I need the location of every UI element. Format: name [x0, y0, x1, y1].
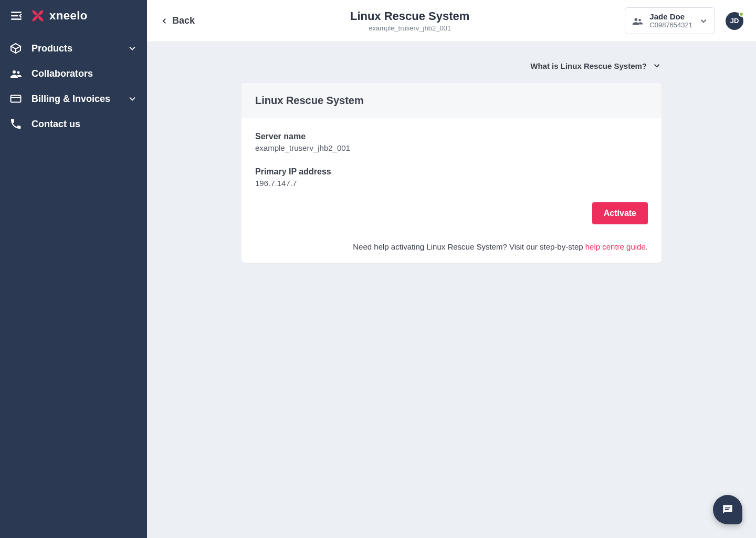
- info-panel-label: What is Linux Rescue System?: [530, 61, 647, 70]
- account-switcher[interactable]: Jade Doe C0987654321: [625, 7, 715, 34]
- svg-point-3: [13, 70, 16, 74]
- phone-icon: [9, 118, 22, 130]
- sidebar-item-collaborators[interactable]: Collaborators: [0, 61, 147, 86]
- rescue-card: Linux Rescue System Server name example_…: [242, 83, 662, 263]
- sidebar-item-products[interactable]: Products: [0, 36, 147, 61]
- info-panel-toggle[interactable]: What is Linux Rescue System?: [242, 58, 662, 83]
- back-button[interactable]: Back: [160, 15, 195, 26]
- primary-ip-label: Primary IP address: [255, 167, 648, 177]
- help-centre-link[interactable]: help centre guide: [585, 242, 646, 251]
- svg-rect-5: [11, 96, 21, 102]
- page-subtitle: example_truserv_jhb2_001: [369, 24, 451, 32]
- header: Back Linux Rescue System example_truserv…: [147, 0, 756, 42]
- brand-logo-icon: [30, 8, 45, 23]
- sidebar-item-label: Products: [32, 43, 118, 54]
- help-text-suffix: .: [646, 242, 648, 251]
- avatar-initials: JD: [730, 17, 739, 25]
- brand-logo[interactable]: xneelo: [30, 8, 88, 23]
- sidebar-nav: Products Collaborators: [0, 34, 147, 137]
- sidebar-item-label: Contact us: [32, 119, 138, 130]
- brand-name: xneelo: [49, 9, 88, 23]
- chat-icon: [721, 503, 734, 516]
- primary-ip-field: Primary IP address 196.7.147.7: [255, 167, 648, 188]
- chevron-down-icon: [652, 61, 662, 70]
- sidebar: xneelo Products: [0, 0, 147, 538]
- chat-launcher[interactable]: [713, 495, 742, 524]
- people-icon: [9, 67, 22, 80]
- chevron-left-icon: [160, 16, 169, 26]
- account-name: Jade Doe: [649, 12, 692, 21]
- activate-button[interactable]: Activate: [592, 202, 648, 224]
- page-title: Linux Rescue System: [350, 9, 469, 23]
- avatar[interactable]: JD: [726, 12, 743, 30]
- back-label: Back: [172, 15, 195, 26]
- help-line: Need help activating Linux Rescue System…: [255, 242, 648, 251]
- chevron-down-icon: [127, 43, 138, 54]
- primary-ip-value: 196.7.147.7: [255, 179, 648, 188]
- chevron-down-icon: [699, 16, 708, 26]
- server-name-value: example_truserv_jhb2_001: [255, 143, 648, 152]
- sidebar-item-contact[interactable]: Contact us: [0, 111, 147, 137]
- chevron-down-icon: [127, 94, 138, 104]
- menu-toggle-icon[interactable]: [9, 9, 23, 23]
- card-icon: [9, 92, 22, 105]
- box-icon: [9, 42, 22, 55]
- svg-rect-10: [725, 509, 729, 510]
- svg-point-8: [639, 18, 641, 20]
- sidebar-item-billing[interactable]: Billing & Invoices: [0, 86, 147, 111]
- sidebar-item-label: Collaborators: [32, 68, 138, 79]
- help-text-prefix: Need help activating Linux Rescue System…: [353, 242, 585, 251]
- svg-rect-9: [725, 508, 731, 509]
- sidebar-item-label: Billing & Invoices: [32, 94, 118, 105]
- account-code: C0987654321: [649, 22, 692, 29]
- svg-point-4: [17, 71, 20, 74]
- group-icon: [632, 15, 643, 27]
- server-name-field: Server name example_truserv_jhb2_001: [255, 132, 648, 152]
- presence-dot: [739, 12, 744, 17]
- svg-point-7: [635, 18, 638, 21]
- server-name-label: Server name: [255, 132, 648, 141]
- card-title: Linux Rescue System: [242, 83, 662, 118]
